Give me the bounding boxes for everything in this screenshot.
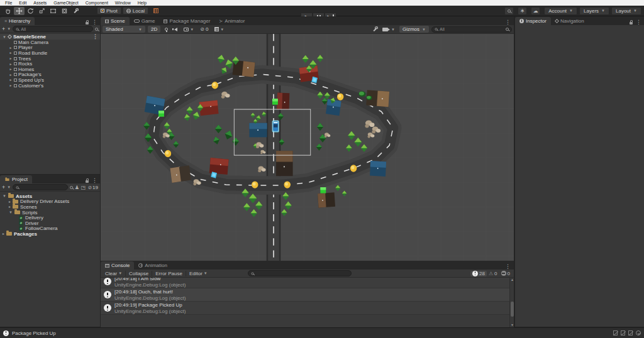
- expand-arrow-icon[interactable]: ▸: [9, 78, 13, 82]
- menu-assets[interactable]: Assets: [30, 0, 50, 6]
- hierarchy-search-input[interactable]: [21, 27, 90, 31]
- collab-button[interactable]: ∗: [518, 7, 527, 15]
- kebab-menu-icon[interactable]: ⋮: [92, 178, 97, 183]
- search-button[interactable]: [504, 7, 514, 15]
- effects-dropdown[interactable]: ▼: [182, 26, 196, 33]
- layout-dropdown[interactable]: Layout▼: [611, 7, 641, 15]
- project-search-input[interactable]: [21, 185, 64, 190]
- project-item-driver-script[interactable]: Driver: [0, 221, 100, 226]
- cloud-button[interactable]: ☁: [531, 7, 540, 15]
- hierarchy-item-main-camera[interactable]: Main Camera: [0, 40, 100, 45]
- expand-arrow-icon[interactable]: ▸: [9, 46, 13, 50]
- tab-scene[interactable]: Scene: [101, 17, 130, 25]
- house-blue[interactable]: [249, 123, 267, 138]
- menu-window[interactable]: Window: [112, 0, 134, 6]
- chevron-down-icon[interactable]: ▼: [7, 185, 11, 189]
- tab-navigation[interactable]: Navigation: [551, 17, 589, 25]
- expand-arrow-icon[interactable]: ▸: [9, 51, 13, 55]
- error-count-badge[interactable]: 0: [499, 271, 512, 276]
- menu-component[interactable]: Component: [82, 0, 111, 6]
- expand-arrow-icon[interactable]: ▸: [9, 57, 13, 60]
- tab-animator[interactable]: ≻Animator: [214, 17, 249, 25]
- camera-dropdown[interactable]: ▼: [380, 26, 397, 33]
- scroll-up-icon[interactable]: ▲: [511, 278, 514, 281]
- pivot-toggle-button[interactable]: Pivot: [97, 7, 121, 14]
- scene-viewport[interactable]: [101, 34, 514, 261]
- console-search[interactable]: [248, 270, 352, 276]
- scene-search-input[interactable]: [440, 27, 504, 31]
- warning-count-badge[interactable]: ⚠0: [487, 271, 499, 276]
- chevron-down-icon[interactable]: ▼: [7, 27, 11, 31]
- info-count-badge[interactable]: 28: [470, 271, 487, 276]
- debugger-disabled-icon[interactable]: [613, 330, 618, 335]
- hierarchy-item-customers[interactable]: ▸Customer's: [0, 83, 100, 89]
- expand-arrow-icon[interactable]: ▸: [9, 84, 13, 87]
- hierarchy-item-homes[interactable]: ▸Homes: [0, 67, 100, 72]
- grid-visibility-dropdown[interactable]: ▼: [213, 26, 226, 33]
- tab-hierarchy[interactable]: ≡Hierarchy: [0, 17, 35, 25]
- editor-dropdown[interactable]: Editor▼: [187, 270, 210, 278]
- tools-icon[interactable]: [372, 26, 378, 32]
- console-log-entry[interactable]: [20:49:18] Ouch, that hurt!UnityEngine.D…: [101, 288, 509, 302]
- tab-project[interactable]: Project: [0, 175, 32, 183]
- house-maroon[interactable]: [277, 93, 289, 110]
- move-tool-button[interactable]: [14, 7, 25, 15]
- console-log-entry[interactable]: [20:49:18] I Am SlowUnityEngine.Debug:Lo…: [101, 278, 509, 288]
- customer-marker[interactable]: [165, 150, 171, 157]
- console-scrollbar[interactable]: ▲ ▼: [509, 278, 514, 327]
- house-blue[interactable]: [370, 161, 386, 177]
- tab-package-manager[interactable]: Package Manager: [159, 17, 214, 25]
- hierarchy-item-trees[interactable]: ▸Trees: [0, 56, 100, 62]
- scene-search[interactable]: [431, 26, 512, 33]
- rotate-tool-button[interactable]: [25, 7, 36, 15]
- custom-tool-button[interactable]: [70, 7, 81, 15]
- lock-icon[interactable]: [86, 22, 89, 25]
- house-tan[interactable]: [170, 165, 191, 183]
- kebab-menu-icon[interactable]: ⋮: [636, 19, 641, 25]
- project-search[interactable]: [13, 184, 67, 190]
- code-optimization-icon[interactable]: [636, 330, 641, 335]
- scale-tool-button[interactable]: [36, 7, 47, 15]
- tab-animation[interactable]: Animation: [134, 261, 172, 270]
- scroll-down-icon[interactable]: ▼: [511, 324, 514, 327]
- label-icon[interactable]: ◳: [81, 185, 86, 190]
- project-item-scripts[interactable]: ▼Scripts: [0, 210, 100, 215]
- clear-button[interactable]: Clear▼: [103, 270, 125, 278]
- expand-arrow-icon[interactable]: ▼: [9, 210, 13, 214]
- project-item-delivery-script[interactable]: Delivery: [0, 215, 100, 221]
- collapse-button[interactable]: Collapse: [126, 270, 151, 278]
- scrollbar-thumb[interactable]: [511, 302, 514, 317]
- lock-icon[interactable]: [86, 180, 89, 183]
- hierarchy-item-player[interactable]: ▸Player: [0, 45, 100, 51]
- lock-icon[interactable]: [630, 22, 633, 25]
- add-object-button[interactable]: +: [2, 26, 5, 32]
- house-brown[interactable]: [318, 192, 335, 208]
- rect-tool-button[interactable]: [48, 7, 58, 15]
- expand-arrow-icon[interactable]: ▼: [3, 35, 6, 39]
- grid-snap-icon[interactable]: [153, 8, 158, 13]
- search-in-icon[interactable]: [70, 186, 73, 189]
- customer-marker[interactable]: [350, 165, 357, 172]
- expand-arrow-icon[interactable]: ▸: [9, 67, 13, 71]
- hand-tool-button[interactable]: [3, 7, 13, 15]
- hierarchy-item-packages[interactable]: ▸Package's: [0, 72, 100, 78]
- hierarchy-scene-row[interactable]: ▼ SampleScene ⋮: [0, 34, 100, 40]
- 2d-toggle-button[interactable]: 2D: [148, 26, 160, 33]
- expand-arrow-icon[interactable]: ▸: [9, 73, 13, 77]
- account-dropdown[interactable]: Account▼: [544, 7, 577, 15]
- tab-game[interactable]: Game: [130, 17, 160, 25]
- local-toggle-button[interactable]: Local: [123, 7, 148, 14]
- menu-help[interactable]: Help: [135, 0, 150, 6]
- expand-arrow-icon[interactable]: ▸: [3, 232, 4, 236]
- house-brown-tall[interactable]: [276, 151, 293, 176]
- layers-dropdown[interactable]: Layers▼: [579, 7, 609, 15]
- kebab-menu-icon[interactable]: ⋮: [92, 34, 98, 40]
- expand-arrow-icon[interactable]: ▸: [9, 205, 11, 209]
- console-search-input[interactable]: [256, 271, 348, 276]
- tab-console[interactable]: Console: [101, 261, 134, 270]
- project-item-followcamera-script[interactable]: FollowCamera: [0, 226, 100, 232]
- package-pickup[interactable]: [320, 187, 326, 194]
- customer-marker[interactable]: [212, 82, 218, 89]
- customer-marker[interactable]: [337, 93, 343, 100]
- hierarchy-search[interactable]: [13, 26, 93, 32]
